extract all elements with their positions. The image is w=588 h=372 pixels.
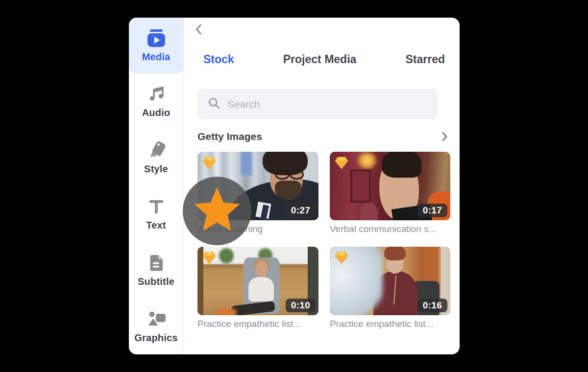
video-card[interactable]: 0:10 Practice empathetic list...	[197, 247, 318, 329]
duration-badge: 0:17	[417, 204, 447, 217]
sidebar-item-media[interactable]: Media	[129, 18, 183, 73]
sidebar: Media Audio	[129, 18, 184, 354]
video-card[interactable]: 0:17 Verbal communication s...	[330, 152, 450, 234]
search-input[interactable]	[227, 98, 428, 110]
graphics-icon	[147, 309, 166, 329]
sidebar-item-audio[interactable]: Audio	[129, 73, 183, 130]
chevron-right-icon[interactable]	[439, 131, 450, 142]
getty-images-section-header[interactable]: Getty Images	[197, 129, 450, 144]
tab-starred[interactable]: Starred	[405, 53, 445, 66]
sidebar-item-label: Subtitle	[138, 276, 174, 287]
video-thumbnail: 0:16	[330, 247, 450, 315]
premium-gem-icon	[335, 157, 348, 169]
audio-icon	[147, 84, 165, 104]
sidebar-item-graphics[interactable]: Graphics	[129, 298, 183, 354]
duration-badge: 0:27	[286, 204, 316, 217]
video-thumbnail: 0:17	[330, 152, 450, 220]
back-button[interactable]	[192, 23, 205, 37]
search-icon	[207, 96, 220, 112]
premium-gem-icon	[202, 157, 216, 169]
video-title: Verbal communication s...	[330, 224, 450, 234]
tab-project-media[interactable]: Project Media	[283, 53, 357, 66]
style-icon	[147, 140, 166, 160]
video-title: Practice empathetic list...	[197, 319, 318, 329]
duration-badge: 0:16	[417, 299, 447, 312]
media-library-panel: Media Audio	[129, 18, 460, 354]
sidebar-item-subtitle[interactable]: Subtitle	[129, 242, 183, 298]
premium-gem-icon	[202, 252, 216, 264]
sidebar-item-label: Graphics	[134, 332, 177, 344]
star-click-indicator	[183, 177, 251, 245]
tab-stock[interactable]: Stock	[203, 53, 234, 66]
tab-bar: Stock Project Media Starred	[203, 53, 445, 66]
search-bar[interactable]	[197, 89, 438, 119]
duration-badge: 0:10	[286, 299, 316, 312]
sidebar-item-text[interactable]: Text	[129, 186, 183, 242]
chevron-left-icon	[195, 23, 202, 37]
subtitle-icon	[148, 253, 164, 273]
video-title: Practice empathetic list...	[330, 319, 450, 329]
text-icon	[148, 197, 165, 216]
video-card[interactable]: 0:16 Practice empathetic list...	[330, 247, 450, 329]
section-title: Getty Images	[197, 131, 262, 142]
sidebar-item-label: Text	[146, 220, 166, 231]
video-thumbnail: 0:10	[197, 247, 318, 315]
media-icon	[146, 28, 167, 48]
video-grid: 0:27 Active Listening	[197, 152, 450, 329]
sidebar-item-label: Media	[142, 51, 171, 63]
star-icon	[193, 186, 241, 236]
sidebar-item-style[interactable]: Style	[129, 130, 183, 186]
page-background: Media Audio	[0, 0, 588, 372]
sidebar-item-label: Audio	[142, 107, 171, 118]
premium-gem-icon	[335, 252, 348, 264]
sidebar-item-label: Style	[144, 163, 168, 175]
